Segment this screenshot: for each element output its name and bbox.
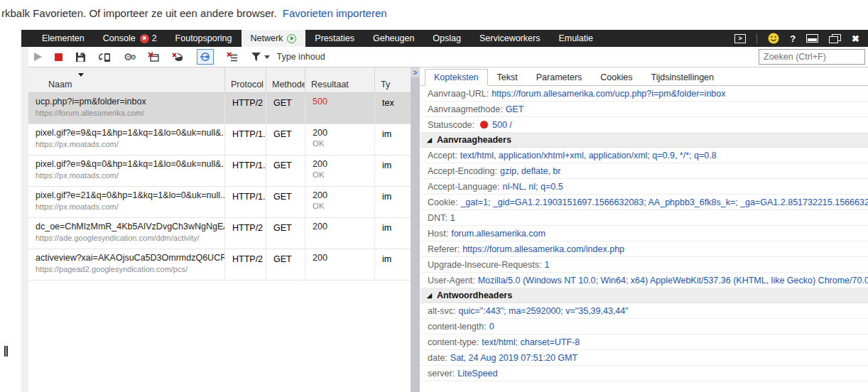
network-request-row[interactable]: pixel.gif?e=9&q=0&hp=1&kq=1&lo=0&uk=null… xyxy=(28,156,411,187)
splitter-grip[interactable] xyxy=(4,346,8,356)
request-method: GET xyxy=(266,156,305,186)
request-protocol: HTTP/1.0 xyxy=(225,124,266,155)
continue-on-navigate-icon[interactable] xyxy=(197,49,214,65)
collapse-triangle-icon: ◢ xyxy=(427,293,432,299)
play-icon[interactable] xyxy=(34,49,42,65)
stop-record-icon[interactable] xyxy=(55,49,63,65)
header-value: quic=":443"; ma=2592000; v="35,39,43,44" xyxy=(459,306,629,316)
details-tab[interactable]: Tekst xyxy=(488,69,527,86)
details-tab-label: Cookies xyxy=(600,72,632,82)
search-input[interactable] xyxy=(759,49,865,65)
save-icon[interactable] xyxy=(75,49,86,65)
request-method: GET xyxy=(266,187,305,217)
close-icon[interactable]: ✖ xyxy=(852,33,859,44)
header-value: LiteSpeed xyxy=(457,369,497,379)
column-header-resultaat[interactable]: Resultaat xyxy=(305,67,375,92)
details-tabbar: Kopteksten Tekst Parameters Cookies xyxy=(421,67,868,86)
network-request-row[interactable]: dc_oe=ChMIzMmR_4Kb5AIVzDvgCh3wNgNgEAAYA.… xyxy=(28,218,411,249)
request-type: im xyxy=(375,187,411,217)
header-value: 500 / xyxy=(492,120,512,130)
section-title: Aanvraagheaders xyxy=(437,135,511,145)
content-type-filter-icon[interactable] xyxy=(251,49,270,65)
column-header-naam[interactable]: Naam xyxy=(28,67,225,92)
header-value: text/html, application/xhtml+xml, applic… xyxy=(460,151,717,160)
help-icon[interactable]: ? xyxy=(790,33,796,44)
request-type: im xyxy=(375,249,411,280)
summary-row: Statuscode:500 / xyxy=(421,117,868,133)
clear-window-icon[interactable] xyxy=(148,49,159,65)
request-details-pane: Kopteksten Tekst Parameters Cookies xyxy=(421,67,868,392)
header-label: Accept-Language: xyxy=(428,182,499,192)
left-gutter xyxy=(21,47,28,392)
request-url: https://px.moatads.com/ xyxy=(36,140,224,148)
favorites-message: rkbalk Favorieten. Of importeer ze uit e… xyxy=(1,7,277,19)
header-value: 0 xyxy=(489,322,494,332)
request-url: https://px.moatads.com/ xyxy=(36,171,224,180)
devtools-panel: Elementen ✖ Console ✖ 2 xyxy=(21,30,868,392)
header-label: Accept-Encoding: xyxy=(428,166,497,176)
network-request-row[interactable]: pixel.gif?e=9&q=1&hp=1&kq=1&lo=0&uk=null… xyxy=(28,124,411,156)
network-request-row[interactable]: pixel.gif?e=21&q=0&hp=1&kq=1&lo=0&uk=nul… xyxy=(28,187,411,218)
column-header-protocol[interactable]: Protocol xyxy=(225,67,266,92)
response-headers-section[interactable]: ◢ Antwoordheaders xyxy=(421,288,868,303)
request-headers-section[interactable]: ◢ Aanvraagheaders xyxy=(421,133,868,148)
feedback-smiley-icon[interactable] xyxy=(768,33,779,44)
network-request-row[interactable]: ucp.php?i=pm&folder=inbox https://forum.… xyxy=(28,93,411,124)
request-method: GET xyxy=(266,249,305,280)
summary-row: Aanvraagmethode:GET xyxy=(421,102,868,117)
result-code: 500 xyxy=(313,97,374,107)
header-label: Referer: xyxy=(428,244,460,254)
request-protocol: HTTP/2 xyxy=(225,93,266,124)
result-status-text: OK xyxy=(313,139,374,148)
header-value: https://forum.allesamerika.com/ucp.php?i… xyxy=(492,89,725,99)
column-header-methode[interactable]: Methode xyxy=(266,67,305,92)
header-label: content-length: xyxy=(428,322,487,332)
result-code: 200 xyxy=(313,253,374,263)
request-header-row: Referer:https://forum.allesamerika.com/i… xyxy=(421,241,868,257)
result-code: 200 xyxy=(313,222,374,232)
response-header-row: date:Sat, 24 Aug 2019 07:51:20 GMT xyxy=(421,350,868,366)
request-name: pixel.gif?e=21&q=0&hp=1&kq=1&lo=0&uk=nul… xyxy=(36,190,224,200)
header-label: DNT: xyxy=(428,213,447,223)
details-tab[interactable]: Cookies xyxy=(591,69,641,86)
console-expand-icon[interactable]: > xyxy=(734,34,746,43)
result-code: 200 xyxy=(313,159,374,169)
response-headers-list: alt-svc:quic=":443"; ma=2592000; v="35,3… xyxy=(421,303,868,381)
clear-on-navigate-icon[interactable] xyxy=(227,49,238,65)
details-tab[interactable]: Tijdsinstellingen xyxy=(642,69,723,86)
details-tab-label: Parameters xyxy=(536,72,582,82)
details-tab[interactable]: Parameters xyxy=(527,69,592,86)
header-label: alt-svc: xyxy=(428,306,456,316)
header-value: https://forum.allesamerika.com/index.php xyxy=(462,244,624,254)
column-header-type[interactable]: Ty xyxy=(375,67,411,92)
header-label: Aanvraag-URL: xyxy=(428,89,489,99)
header-label: Upgrade-Insecure-Requests: xyxy=(428,260,542,270)
response-header-row: alt-svc:quic=":443"; ma=2592000; v="35,3… xyxy=(421,303,868,319)
clear-session-icon[interactable] xyxy=(172,49,184,65)
request-headers-list: Accept:text/html, application/xhtml+xml,… xyxy=(421,148,868,288)
separator xyxy=(756,33,757,43)
dock-icon[interactable] xyxy=(806,34,818,43)
header-value: 1 xyxy=(450,213,455,223)
details-tab[interactable]: Kopteksten xyxy=(425,69,488,86)
import-favorites-link[interactable]: Favorieten importeren xyxy=(283,7,387,19)
header-label: Aanvraagmethode: xyxy=(428,104,503,114)
details-summary: Aanvraag-URL:https://forum.allesamerika.… xyxy=(421,86,868,133)
header-value: Sat, 24 Aug 2019 07:51:20 GMT xyxy=(450,353,577,363)
request-type: im xyxy=(375,218,411,249)
response-header-row: server:LiteSpeed xyxy=(421,366,868,381)
result-status-text: OK xyxy=(313,170,374,179)
header-label: User-Agent: xyxy=(428,276,475,285)
request-header-row: DNT:1 xyxy=(421,210,868,226)
header-label: server: xyxy=(428,369,455,379)
scroll-right-icon[interactable]: > xyxy=(411,67,420,77)
network-toolbar: ⚙⚙ xyxy=(21,47,868,67)
undock-icon[interactable] xyxy=(829,34,841,43)
table-scrollbar[interactable]: > xyxy=(411,67,420,392)
copy-to-device-icon[interactable] xyxy=(99,49,111,65)
network-request-table: Naam Protocol Methode Resultaat Ty xyxy=(28,67,411,392)
header-label: Accept: xyxy=(428,151,457,160)
header-label: Statuscode: xyxy=(428,120,474,130)
settings-gears-icon[interactable]: ⚙⚙ xyxy=(124,49,135,65)
network-request-row[interactable]: activeview?xai=AKAOjsuCa5D3OmrmdzQ6UCRB8… xyxy=(28,249,411,281)
